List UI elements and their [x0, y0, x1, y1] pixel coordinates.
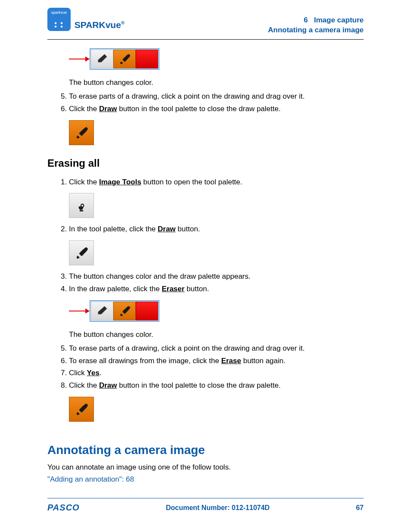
page-content: The button changes color. To erase parts…	[47, 48, 364, 484]
caption-text: The button changes color.	[69, 78, 364, 87]
draw-icon-illustration	[69, 397, 364, 422]
logo-wordmark: sparkvue	[47, 8, 71, 15]
brand-text: SPARKvue	[75, 20, 121, 30]
page: sparkvue • •• • SPARKvue® 6 Image captur…	[0, 0, 411, 532]
ui-label: Draw	[158, 225, 176, 233]
step-item: Click the Image Tools button to open the…	[69, 177, 364, 187]
footer-logo: PASCO	[47, 503, 80, 513]
step-item: In the tool palette, click the Draw butt…	[69, 224, 364, 234]
page-footer: PASCO Document Number: 012-11074D 67	[47, 495, 364, 513]
step-text: .	[100, 369, 102, 377]
brand-name: SPARKvue®	[75, 8, 125, 40]
step-text: button in the tool palette to close the …	[117, 105, 281, 113]
chapter-title: Image capture	[314, 16, 364, 24]
eraser-icon	[91, 302, 113, 320]
step-text: To erase parts of a drawing, click a poi…	[69, 344, 305, 352]
brush-icon	[69, 240, 94, 265]
draw-palette	[90, 300, 159, 322]
draw-icon-illustration	[69, 240, 364, 265]
step-text: The button changes color and the draw pa…	[69, 272, 251, 280]
step-item: Click Yes.	[69, 368, 364, 378]
step-item: The button changes color and the draw pa…	[69, 271, 364, 282]
ui-label: Yes	[87, 369, 100, 377]
step-item: Click the Draw button in the tool palett…	[69, 380, 364, 391]
eraser-icon	[91, 50, 113, 68]
page-number: 67	[356, 504, 364, 512]
steps-list: The button changes color and the draw pa…	[47, 271, 364, 294]
step-item: To erase all drawings from the image, cl…	[69, 356, 364, 366]
brush-icon	[69, 120, 94, 145]
image-tools-icon-illustration	[69, 193, 364, 218]
image-tools-icon	[69, 193, 94, 218]
step-item: In the draw palette, click the Eraser bu…	[69, 284, 364, 294]
step-text: button.	[176, 225, 200, 233]
section-heading: Erasing all	[47, 157, 364, 169]
footer-row: PASCO Document Number: 012-11074D 67	[47, 503, 364, 513]
footer-rule	[47, 498, 364, 498]
arrow-line-icon	[69, 311, 88, 311]
color-swatch-icon	[136, 302, 158, 320]
step-text: In the tool palette, click the	[69, 225, 158, 233]
brush-icon	[113, 50, 136, 68]
section-heading-major: Annotating a camera image	[47, 443, 364, 457]
chapter-number: 6	[304, 16, 308, 24]
logo-dots-icon: • •• •	[47, 22, 71, 28]
ui-label: Draw	[99, 381, 117, 389]
color-swatch-icon	[136, 50, 158, 68]
draw-palette	[90, 48, 159, 70]
arrow-line-icon	[69, 59, 88, 59]
steps-list: To erase parts of a drawing, click a poi…	[47, 343, 364, 391]
step-text: button to open the tool palette.	[141, 178, 242, 186]
ui-label: Erase	[221, 357, 241, 365]
app-logo: sparkvue • •• •	[47, 8, 71, 31]
step-text: Click the	[69, 178, 99, 186]
draw-icon-illustration	[69, 120, 364, 145]
ui-label: Image Tools	[99, 178, 141, 186]
step-text: button.	[184, 285, 209, 293]
step-text: In the draw palette, click the	[69, 285, 162, 293]
breadcrumb: 6 Image capture Annotating a camera imag…	[268, 16, 364, 35]
step-item: To erase parts of a drawing, click a poi…	[69, 91, 364, 102]
ui-label: Eraser	[162, 285, 184, 293]
brush-icon	[113, 302, 136, 320]
brush-icon	[69, 397, 94, 422]
document-number: Document Number: 012-11074D	[166, 504, 270, 512]
ui-label: Draw	[99, 105, 117, 113]
brand-registered-icon: ®	[121, 20, 125, 25]
step-item: To erase parts of a drawing, click a poi…	[69, 343, 364, 354]
step-text: Click	[69, 369, 87, 377]
step-text: button again.	[241, 357, 286, 365]
body-text: You can annotate an image using one of t…	[47, 463, 364, 472]
draw-palette-illustration	[69, 300, 159, 322]
cross-reference-link[interactable]: "Adding an annotation": 68	[47, 475, 134, 483]
step-text: To erase parts of a drawing, click a poi…	[69, 92, 305, 100]
steps-list: Click the Image Tools button to open the…	[47, 177, 364, 187]
steps-list: In the tool palette, click the Draw butt…	[47, 224, 364, 234]
step-item: Click the Draw button in the tool palett…	[69, 104, 364, 114]
page-header: sparkvue • •• • SPARKvue® 6 Image captur…	[47, 8, 364, 38]
svg-rect-0	[80, 210, 84, 212]
section-title: Annotating a camera image	[268, 26, 364, 34]
draw-palette-illustration	[69, 48, 159, 70]
caption-text: The button changes color.	[69, 330, 364, 339]
steps-list: To erase parts of a drawing, click a poi…	[47, 91, 364, 114]
step-text: Click the	[69, 381, 99, 389]
step-text: Click the	[69, 105, 99, 113]
step-text: button in the tool palette to close the …	[117, 381, 281, 389]
step-text: To erase all drawings from the image, cl…	[69, 357, 221, 365]
